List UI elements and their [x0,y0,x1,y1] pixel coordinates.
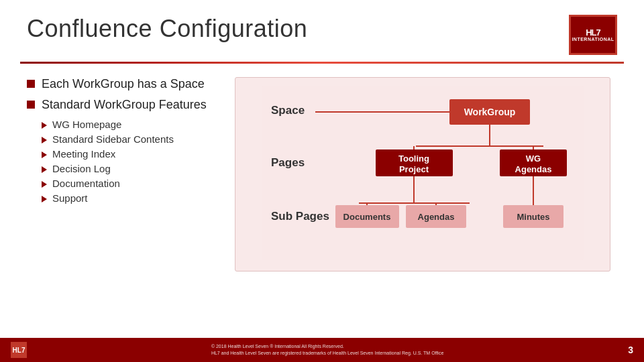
bullet-2: Standard WorkGroup Features [27,98,215,112]
slide: Confluence Configuration HL7 INTERNATION… [0,0,644,362]
sub-bullet-2-text: Standard Sidebar Contents [52,133,174,145]
header: Confluence Configuration HL7 INTERNATION… [0,0,644,62]
footer-logo-text: HL7 [13,347,25,354]
bullet-1-text: Each WorkGroup has a Space [42,77,205,91]
arrow-icon-5 [42,181,47,188]
sub-bullet-4-text: Decision Log [52,163,111,174]
arrow-icon-1 [42,122,47,129]
sub-bullet-3: Meeting Index [42,148,215,160]
footer-logo: HL7 [11,342,27,358]
footer-copyright: © 2018 Health Level Seven ® Internationa… [211,343,443,357]
bullet-2-text: Standard WorkGroup Features [42,98,207,112]
diagram-svg: Space WorkGroup Pages Tooling [246,86,599,260]
svg-text:Tooling: Tooling [398,154,429,164]
svg-text:Sub Pages: Sub Pages [271,210,329,223]
sub-bullet-6-text: Support [52,192,88,204]
sub-bullet-2: Standard Sidebar Contents [42,133,215,145]
diagram: Space WorkGroup Pages Tooling [235,77,610,272]
arrow-icon-4 [42,166,47,173]
svg-text:Agendas: Agendas [418,212,455,222]
header-divider [20,62,624,64]
svg-text:Pages: Pages [271,156,305,169]
right-panel: Space WorkGroup Pages Tooling [228,77,617,272]
sub-bullet-1-text: WG Homepage [52,119,121,130]
logo-letters: HL7 [572,28,614,37]
svg-text:Agendas: Agendas [515,164,552,174]
bullet-1: Each WorkGroup has a Space [27,77,215,91]
bullet-square-2 [27,101,35,109]
svg-text:Project: Project [399,164,429,174]
arrow-icon-3 [42,152,47,158]
sub-bullet-5: Documentation [42,178,215,189]
svg-text:WG: WG [526,154,541,164]
arrow-icon-6 [42,196,47,202]
footer-copyright-text: © 2018 Health Level Seven ® Internationa… [211,344,344,349]
sub-bullets: WG Homepage Standard Sidebar Contents Me… [42,119,215,204]
footer: HL7 © 2018 Health Level Seven ® Internat… [0,338,644,362]
svg-text:Space: Space [271,104,305,117]
svg-text:Documents: Documents [343,212,391,222]
page-title: Confluence Configuration [27,15,307,43]
sub-bullet-1: WG Homepage [42,119,215,130]
sub-bullet-6: Support [42,192,215,204]
main-content: Each WorkGroup has a Space Standard Work… [0,70,644,278]
footer-trademark-text: HL7 and Health Level Seven are registere… [211,351,443,355]
bullet-square-1 [27,80,35,88]
svg-text:Minutes: Minutes [517,212,549,222]
left-panel: Each WorkGroup has a Space Standard Work… [27,77,215,272]
sub-bullet-5-text: Documentation [52,178,120,189]
logo: HL7 INTERNATIONAL [569,15,617,55]
arrow-icon-2 [42,137,47,143]
logo-subtitle: INTERNATIONAL [572,37,614,42]
sub-bullet-3-text: Meeting Index [52,148,115,160]
sub-bullet-4: Decision Log [42,163,215,174]
footer-page-number: 3 [628,345,633,355]
svg-text:WorkGroup: WorkGroup [464,107,516,117]
